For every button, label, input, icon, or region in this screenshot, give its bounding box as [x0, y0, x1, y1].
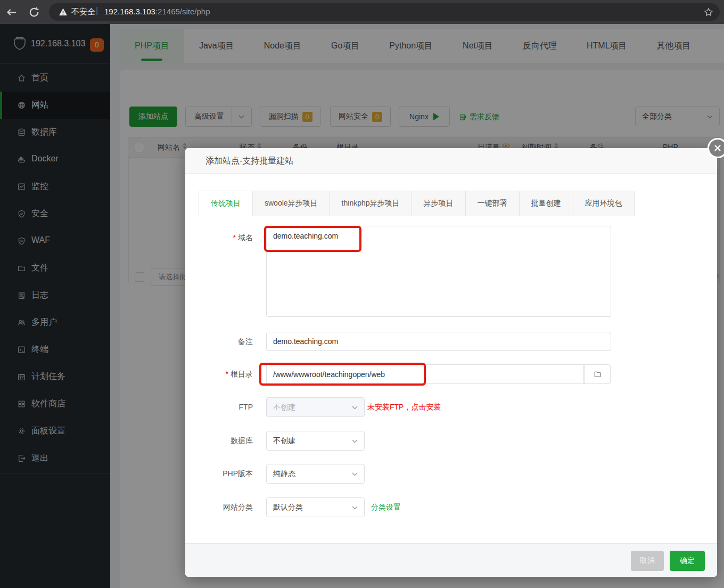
modal-tab-traditional[interactable]: 传统项目 [199, 191, 253, 216]
warning-icon [59, 7, 68, 17]
root-dir-input[interactable] [266, 364, 584, 384]
remark-input[interactable] [266, 332, 611, 351]
modal-tab-env-package[interactable]: 应用环境包 [573, 191, 635, 216]
close-icon [713, 144, 722, 152]
required-mark: * [233, 233, 236, 242]
modal-tab-bar: 传统项目 swoole异步项目 thinkphp异步项目 异步项目 一键部署 批… [199, 191, 704, 216]
php-version-label: PHP版本 [185, 469, 253, 479]
root-label: 根目录 [231, 370, 253, 378]
chevron-down-icon [352, 506, 358, 510]
modal-tab-async[interactable]: 异步项目 [412, 191, 466, 216]
cancel-button[interactable]: 取消 [631, 551, 664, 571]
refresh-icon[interactable] [28, 6, 40, 19]
category-settings-link[interactable]: 分类设置 [371, 503, 401, 512]
back-icon[interactable] [5, 6, 18, 19]
category-label: 网站分类 [185, 503, 253, 512]
chevron-down-icon [352, 472, 358, 476]
bookmark-star-icon[interactable] [704, 7, 713, 17]
modal-title: 添加站点-支持批量建站 [205, 156, 293, 167]
address-bar[interactable]: 不安全 | 192.168.3.103:21465/site/php [49, 3, 720, 21]
modal-header: 添加站点-支持批量建站 [185, 148, 717, 174]
modal-footer: 取消 确定 [185, 543, 717, 577]
php-version-select[interactable]: 纯静态 [266, 464, 365, 484]
database-select[interactable]: 不创建 [266, 431, 365, 451]
chevron-down-icon [352, 439, 358, 443]
required-mark: * [226, 370, 228, 378]
folder-icon [593, 370, 602, 378]
database-label: 数据库 [185, 436, 253, 446]
modal-tab-thinkphp[interactable]: thinkphp异步项目 [330, 191, 412, 216]
url-separator: | [96, 6, 98, 15]
modal-tab-swoole[interactable]: swoole异步项目 [253, 191, 330, 216]
ftp-select[interactable]: 不创建 [266, 397, 365, 417]
ftp-label: FTP [185, 403, 253, 411]
url-text[interactable]: 192.168.3.103:21465/site/php [104, 7, 210, 16]
modal-close-button[interactable] [707, 138, 724, 158]
domain-textarea[interactable]: demo.teaching.com [266, 226, 611, 317]
screen: 不安全 | 192.168.3.103:21465/site/php 192.1… [0, 0, 724, 588]
add-site-modal: 添加站点-支持批量建站 传统项目 swoole异步项目 thinkphp异步项目… [185, 148, 717, 577]
modal-tab-deploy[interactable]: 一键部署 [466, 191, 520, 216]
ftp-install-warning[interactable]: 未安装FTP，点击安装 [367, 403, 441, 412]
browse-directory-button[interactable] [584, 364, 611, 384]
domain-label: 域名 [238, 233, 253, 242]
modal-tab-batch[interactable]: 批量创建 [520, 191, 573, 216]
security-label[interactable]: 不安全 [71, 7, 95, 17]
remark-label: 备注 [185, 337, 253, 347]
chevron-down-icon [352, 406, 358, 410]
confirm-button[interactable]: 确定 [670, 551, 705, 571]
category-select[interactable]: 默认分类 [266, 497, 365, 517]
browser-toolbar: 不安全 | 192.168.3.103:21465/site/php [0, 0, 724, 24]
